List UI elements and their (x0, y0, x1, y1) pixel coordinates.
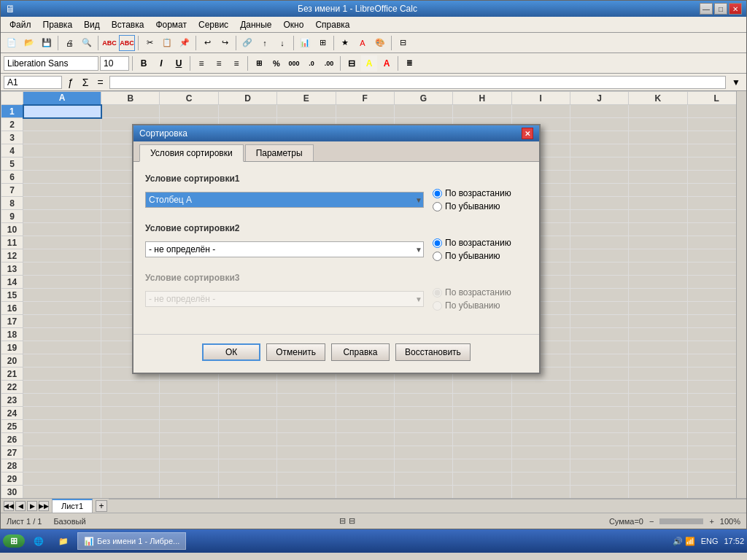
bold-button[interactable]: B (136, 55, 152, 71)
cell-B26[interactable] (101, 433, 160, 446)
row-header-1[interactable]: 1 (1, 105, 23, 118)
cell-A5[interactable] (23, 158, 101, 171)
cell-B30[interactable] (101, 486, 160, 499)
cell-K7[interactable] (629, 184, 687, 197)
col-header-C[interactable]: C (160, 92, 218, 105)
sheet-nav-last[interactable]: ▶▶ (39, 501, 49, 511)
sort-condition-1-desc-label[interactable]: По убыванию (433, 201, 527, 211)
cell-A24[interactable] (23, 407, 101, 420)
cell-K11[interactable] (629, 236, 687, 249)
cell-F24[interactable] (336, 407, 394, 420)
new-button[interactable]: 📄 (4, 35, 20, 51)
zoom-plus-icon[interactable]: + (709, 517, 713, 526)
cell-G26[interactable] (394, 433, 452, 446)
hyperlink-button[interactable]: 🔗 (239, 35, 255, 51)
autospell-button[interactable]: ABC (119, 35, 135, 51)
cell-J26[interactable] (570, 433, 628, 446)
align-center-button[interactable]: ≡ (211, 55, 227, 71)
cell-J23[interactable] (570, 394, 628, 407)
maximize-button[interactable]: □ (714, 3, 727, 15)
cell-J15[interactable] (570, 289, 628, 302)
cell-K16[interactable] (629, 302, 687, 315)
cell-G24[interactable] (394, 407, 452, 420)
cell-J12[interactable] (570, 249, 628, 262)
cell-J20[interactable] (570, 354, 628, 368)
cell-J17[interactable] (570, 315, 628, 328)
add-sheet-button[interactable]: + (96, 500, 107, 512)
menu-file[interactable]: Файл (4, 18, 37, 31)
cell-F26[interactable] (336, 433, 394, 446)
cell-K19[interactable] (629, 341, 687, 354)
open-button[interactable]: 📂 (21, 35, 37, 51)
cell-A4[interactable] (23, 144, 101, 158)
sort-reset-button[interactable]: Восстановить (395, 343, 471, 361)
cell-C28[interactable] (160, 459, 218, 472)
redo-button[interactable]: ↪ (217, 35, 233, 51)
cell-E23[interactable] (277, 394, 336, 407)
cell-K6[interactable] (629, 171, 687, 184)
cell-J27[interactable] (570, 446, 628, 459)
minimize-button[interactable]: — (700, 3, 713, 15)
row-header-20[interactable]: 20 (1, 354, 23, 368)
print-button[interactable]: 🖨 (61, 35, 77, 51)
function-wizard-button[interactable]: ƒ (65, 77, 77, 88)
cut-button[interactable]: ✂ (142, 35, 158, 51)
row-header-2[interactable]: 2 (1, 118, 23, 131)
cell-K23[interactable] (629, 394, 687, 407)
row-header-18[interactable]: 18 (1, 328, 23, 341)
cell-A22[interactable] (23, 381, 101, 394)
cell-K8[interactable] (629, 197, 687, 210)
cell-F28[interactable] (336, 459, 394, 472)
percent-button[interactable]: % (268, 55, 285, 71)
formula-equals-button[interactable]: = (94, 77, 106, 88)
cell-A15[interactable] (23, 289, 101, 302)
cell-K10[interactable] (629, 223, 687, 236)
align-right-button[interactable]: ≡ (228, 55, 244, 71)
cell-C29[interactable] (160, 472, 218, 486)
cell-reference-input[interactable] (4, 76, 62, 89)
italic-button[interactable]: I (153, 55, 169, 71)
row-header-4[interactable]: 4 (1, 144, 23, 158)
cell-J11[interactable] (570, 236, 628, 249)
col-header-F[interactable]: F (336, 92, 394, 105)
cell-C30[interactable] (160, 486, 218, 499)
row-header-14[interactable]: 14 (1, 276, 23, 289)
cell-H29[interactable] (453, 472, 511, 486)
sort-condition-2-asc-radio[interactable] (433, 238, 442, 248)
cell-K17[interactable] (629, 315, 687, 328)
cell-I23[interactable] (511, 394, 570, 407)
row-header-15[interactable]: 15 (1, 289, 23, 302)
taskbar-libreoffice-item[interactable]: 📊 Без имени 1 - Либре... (77, 532, 186, 550)
cell-E28[interactable] (277, 459, 336, 472)
sort-desc-button[interactable]: ↓ (274, 35, 290, 51)
cell-H22[interactable] (453, 381, 511, 394)
cell-J3[interactable] (570, 131, 628, 144)
freeze-button[interactable]: ⊟ (395, 35, 411, 51)
bg-color-button[interactable]: 🎨 (372, 35, 388, 51)
sort-tab-params[interactable]: Параметры (245, 144, 314, 161)
cell-A3[interactable] (23, 131, 101, 144)
font-size-input[interactable] (100, 56, 129, 71)
row-header-9[interactable]: 9 (1, 210, 23, 223)
cell-K20[interactable] (629, 354, 687, 368)
row-header-25[interactable]: 25 (1, 420, 23, 433)
cell-A14[interactable] (23, 276, 101, 289)
cell-H23[interactable] (453, 394, 511, 407)
cell-D28[interactable] (218, 459, 276, 472)
sort-ok-button[interactable]: ОК (202, 343, 260, 361)
cell-A8[interactable] (23, 197, 101, 210)
cell-J5[interactable] (570, 158, 628, 171)
cell-G29[interactable] (394, 472, 452, 486)
cell-K21[interactable] (629, 368, 687, 381)
row-header-27[interactable]: 27 (1, 446, 23, 459)
preview-button[interactable]: 🔍 (79, 35, 95, 51)
cell-F29[interactable] (336, 472, 394, 486)
horizontal-scrollbar[interactable] (109, 499, 746, 513)
cell-J16[interactable] (570, 302, 628, 315)
row-header-13[interactable]: 13 (1, 262, 23, 276)
cell-H30[interactable] (453, 486, 511, 499)
cell-J9[interactable] (570, 210, 628, 223)
cell-J28[interactable] (570, 459, 628, 472)
cell-A11[interactable] (23, 236, 101, 249)
highlight-button[interactable]: A (361, 55, 377, 71)
